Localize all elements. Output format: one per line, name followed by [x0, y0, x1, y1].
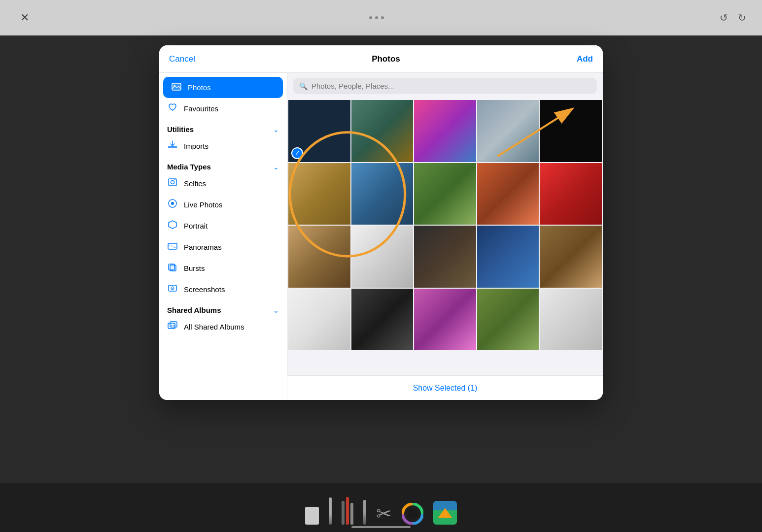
media-types-title: Media Types	[167, 163, 211, 171]
sidebar-screenshots-label: Screenshots	[184, 285, 279, 294]
sidebar-item-bursts[interactable]: Bursts	[159, 258, 287, 279]
sidebar-item-screenshots[interactable]: Screenshots	[159, 279, 287, 300]
photo-grid-container: ✓	[287, 99, 603, 375]
show-selected-button[interactable]: Show Selected (1)	[413, 384, 478, 393]
sidebar-photos-label: Photos	[188, 83, 275, 92]
sidebar-item-portrait[interactable]: Portrait	[159, 215, 287, 236]
svg-rect-5	[169, 146, 176, 148]
modal-title: Photos	[372, 54, 400, 64]
utilities-chevron[interactable]: ⌄	[273, 126, 279, 133]
photo-cell-14[interactable]	[477, 226, 539, 288]
sidebar-item-live-photos[interactable]: Live Photos	[159, 194, 287, 215]
modal-header: Cancel Photos Add	[159, 45, 603, 73]
modal-body: Photos Favourites Utilities ⌄	[159, 73, 603, 400]
photo-cell-11[interactable]	[288, 226, 350, 288]
photo-cell-7[interactable]	[351, 163, 414, 225]
svg-point-7	[171, 181, 174, 184]
sidebar-section-shared-albums: Shared Albums ⌄	[159, 300, 287, 316]
shared-albums-chevron[interactable]: ⌄	[273, 306, 279, 314]
search-bar-container: 🔍	[287, 73, 603, 99]
sidebar-section-utilities: Utilities ⌄	[159, 119, 287, 135]
svg-rect-3	[172, 83, 181, 90]
sidebar-item-imports[interactable]: Imports	[159, 135, 287, 157]
svg-point-19	[171, 325, 173, 327]
search-bar: 🔍	[293, 78, 597, 94]
photo-cell-20[interactable]	[540, 289, 602, 351]
cancel-button[interactable]: Cancel	[169, 54, 195, 64]
sidebar-live-photos-label: Live Photos	[184, 200, 279, 209]
shared-albums-title: Shared Albums	[167, 306, 221, 314]
live-photos-icon	[167, 199, 178, 211]
sidebar-item-panoramas[interactable]: Panoramas	[159, 236, 287, 258]
imports-icon	[167, 140, 178, 152]
search-icon: 🔍	[299, 82, 308, 90]
photos-modal: Cancel Photos Add Ph	[159, 45, 603, 400]
sidebar-panoramas-label: Panoramas	[184, 243, 279, 251]
sidebar-item-favourites[interactable]: Favourites	[159, 98, 287, 119]
photo-cell-19[interactable]	[477, 289, 539, 351]
modal-overlay: Cancel Photos Add Ph	[0, 35, 762, 532]
close-button[interactable]: ✕	[16, 9, 34, 27]
svg-point-10	[171, 202, 174, 205]
photo-cell-13[interactable]	[414, 226, 476, 288]
photo-cell-5[interactable]	[540, 100, 602, 162]
selfies-icon	[167, 177, 178, 190]
media-types-chevron[interactable]: ⌄	[273, 163, 279, 171]
sidebar-selfies-label: Selfies	[184, 179, 279, 188]
redo-icon[interactable]: ↻	[738, 12, 746, 24]
photo-cell-1[interactable]: ✓	[288, 100, 350, 162]
photo-cell-12[interactable]	[351, 226, 414, 288]
search-input[interactable]	[312, 82, 591, 90]
sidebar-item-selfies[interactable]: Selfies	[159, 173, 287, 194]
photo-grid: ✓	[287, 99, 603, 351]
photo-cell-16[interactable]	[288, 289, 350, 351]
svg-point-16	[172, 288, 173, 289]
sidebar-section-media-types: Media Types ⌄	[159, 157, 287, 173]
main-content: 🔍 ✓	[287, 73, 603, 400]
photo-cell-4[interactable]	[477, 100, 539, 162]
photo-cell-9[interactable]	[477, 163, 539, 225]
sidebar: Photos Favourites Utilities ⌄	[159, 73, 287, 400]
undo-icon[interactable]: ↺	[720, 12, 728, 24]
sidebar-imports-label: Imports	[184, 142, 279, 150]
bursts-icon	[167, 262, 178, 274]
utilities-title: Utilities	[167, 125, 194, 133]
photo-cell-17[interactable]	[351, 289, 414, 351]
sidebar-bursts-label: Bursts	[184, 264, 279, 272]
photo-cell-15[interactable]	[540, 226, 602, 288]
photo-cell-10[interactable]	[540, 163, 602, 225]
favourites-icon	[167, 102, 178, 115]
check-mark: ✓	[291, 147, 303, 159]
sidebar-all-shared-label: All Shared Albums	[184, 323, 279, 331]
toolbar-dots	[369, 16, 384, 19]
svg-point-8	[174, 179, 175, 180]
svg-rect-18	[170, 322, 177, 327]
sidebar-item-all-shared-albums[interactable]: All Shared Albums	[159, 316, 287, 337]
photo-cell-18[interactable]	[414, 289, 476, 351]
svg-rect-13	[170, 265, 176, 271]
photo-cell-2[interactable]	[351, 100, 414, 162]
portrait-icon	[167, 220, 178, 232]
sidebar-item-photos[interactable]: Photos	[163, 77, 283, 98]
photos-icon	[171, 81, 182, 94]
screenshots-icon	[167, 283, 178, 296]
sidebar-portrait-label: Portrait	[184, 222, 279, 230]
toolbar-actions: ↺ ↻	[720, 12, 746, 24]
svg-point-20	[173, 325, 175, 327]
bg-toolbar: ✕ ↺ ↻	[0, 0, 762, 35]
photo-cell-8[interactable]	[414, 163, 476, 225]
sidebar-favourites-label: Favourites	[184, 104, 279, 113]
panoramas-icon	[167, 241, 178, 253]
photo-cell-3[interactable]	[414, 100, 476, 162]
modal-bottom-bar: Show Selected (1)	[287, 375, 603, 400]
add-button[interactable]: Add	[577, 54, 593, 64]
all-shared-albums-icon	[167, 321, 178, 333]
photo-cell-6[interactable]	[288, 163, 350, 225]
